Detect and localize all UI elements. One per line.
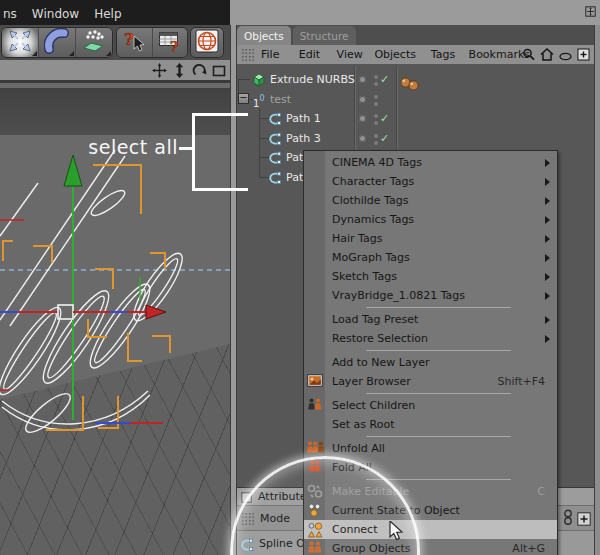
sweep-object-button[interactable]: [39, 28, 76, 57]
menu-item-sketch-tags[interactable]: Sketch Tags: [304, 267, 557, 286]
menu-item-label: VrayBridge_1.0821 Tags: [332, 289, 545, 302]
online-help-icon: [194, 28, 220, 58]
submenu-arrow-icon: [545, 235, 550, 243]
menu-item-load-tag-preset[interactable]: Load Tag Preset: [304, 310, 557, 329]
menu-item-label: Add to New Layer: [332, 356, 557, 369]
spline-icon: [268, 170, 282, 189]
array-object-icon: [81, 28, 107, 58]
layer-dot[interactable]: [359, 135, 366, 142]
tree-row-path-1-2[interactable]: Path 1✓: [237, 109, 600, 128]
visibility-dots[interactable]: [374, 111, 378, 128]
panel-menu-edit[interactable]: Edit: [299, 45, 320, 64]
menu-item-label: Unfold All: [332, 442, 557, 455]
menubar-item-ns[interactable]: ns: [3, 7, 17, 21]
maximize-arrows-icon: [7, 28, 33, 58]
svg-text:?: ?: [124, 29, 134, 49]
tab-objects[interactable]: Objects: [237, 26, 291, 46]
objects-menu-bar: FileEditViewObjectsTagsBookmarks: [237, 45, 600, 64]
enabled-check-icon[interactable]: ✓: [380, 111, 389, 126]
expander-icon[interactable]: −: [238, 93, 249, 104]
menu-item-set-as-root[interactable]: Set as Root: [304, 415, 557, 434]
sweep-object-icon: [44, 28, 70, 58]
tab-structure[interactable]: Structure: [293, 26, 356, 46]
menu-item-select-children[interactable]: Select Children: [304, 396, 557, 415]
online-help-button[interactable]: [191, 28, 223, 57]
panel-top-strip: [230, 0, 600, 25]
tree-row-extrude-nurbs-0[interactable]: Extrude NURBS✓: [237, 70, 600, 89]
panel-menu-objects[interactable]: Objects: [374, 45, 416, 64]
menu-item-mograph-tags[interactable]: MoGraph Tags: [304, 248, 557, 267]
layer-browser-icon: [306, 374, 324, 390]
tree-row-path-3-3[interactable]: Path 3✓: [237, 129, 600, 148]
menu-item-add-to-new-layer[interactable]: Add to New Layer: [304, 353, 557, 372]
tree-item-label: Extrude NURBS: [270, 73, 355, 86]
menubar-item-help[interactable]: Help: [94, 7, 121, 21]
enabled-check-icon[interactable]: ✓: [380, 72, 389, 87]
menu-item-label: CINEMA 4D Tags: [332, 156, 545, 169]
dock-icon[interactable]: [585, 2, 596, 13]
zoom-view-icon[interactable]: [171, 63, 187, 78]
command-table-button[interactable]: ?: [153, 28, 188, 57]
menu-item-dynamics-tags[interactable]: Dynamics Tags: [304, 210, 557, 229]
layer-dot[interactable]: [359, 96, 366, 103]
layer-dot[interactable]: [359, 76, 366, 83]
viewport-header: [0, 60, 230, 83]
tree-item-label: Path 3: [286, 132, 321, 145]
submenu-arrow-icon: [545, 273, 550, 281]
submenu-arrow-icon: [545, 316, 550, 324]
maximize-arrows-button[interactable]: [2, 28, 39, 57]
panel-tabs: ObjectsStructure: [237, 25, 600, 45]
panel-menu-bookmarks[interactable]: Bookmarks: [469, 45, 530, 64]
visibility-dots[interactable]: [374, 131, 378, 148]
menu-item-layer-browser[interactable]: Layer BrowserShift+F4: [304, 372, 557, 391]
menu-item-label: Character Tags: [332, 175, 545, 188]
menu-item-label: Load Tag Preset: [332, 313, 545, 326]
toolbar-group: [190, 27, 224, 58]
command-table-icon: ?: [157, 28, 183, 58]
menu-item-character-tags[interactable]: Character Tags: [304, 172, 557, 191]
submenu-arrow-icon: [545, 216, 550, 224]
rotate-view-icon[interactable]: [191, 63, 207, 78]
visibility-dots[interactable]: [374, 92, 378, 109]
menu-shortcut: Shift+F4: [497, 375, 545, 388]
menu-item-unfold-all[interactable]: Unfold All: [304, 439, 557, 458]
menu-item-clothilde-tags[interactable]: Clothilde Tags: [304, 191, 557, 210]
annotation-select-all: select all: [58, 136, 178, 158]
panel-menu-view[interactable]: View: [337, 45, 363, 64]
menu-item-label: Sketch Tags: [332, 270, 545, 283]
visibility-dots[interactable]: [374, 72, 378, 89]
panel-right-edge[interactable]: [594, 25, 600, 555]
y-axis-arrow: [64, 155, 82, 186]
layer-dot[interactable]: [359, 115, 366, 122]
menu-item-label: Select Children: [332, 399, 557, 412]
menu-item-label: Layer Browser: [332, 375, 497, 388]
tree-row-test-1[interactable]: −10test: [237, 90, 600, 109]
submenu-arrow-icon: [545, 197, 550, 205]
menu-item-vraybridge-1-0821-tags[interactable]: VrayBridge_1.0821 Tags: [304, 286, 557, 305]
panel-menu-tags[interactable]: Tags: [431, 45, 455, 64]
menu-item-label: Clothilde Tags: [332, 194, 545, 207]
submenu-arrow-icon: [545, 178, 550, 186]
submenu-arrow-icon: [545, 254, 550, 262]
menu-item-restore-selection[interactable]: Restore Selection: [304, 329, 557, 348]
menu-item-label: Restore Selection: [332, 332, 545, 345]
enabled-check-icon[interactable]: ✓: [380, 131, 389, 146]
maximize-view-icon[interactable]: [211, 63, 227, 78]
menu-item-label: Dynamics Tags: [332, 213, 545, 226]
submenu-arrow-icon: [545, 335, 550, 343]
help-pointer-button[interactable]: ?: [117, 28, 153, 57]
move-view-icon[interactable]: [151, 63, 167, 78]
array-object-button[interactable]: [76, 28, 112, 57]
panel-menu-file[interactable]: File: [261, 45, 279, 64]
toolbar-group: [1, 27, 113, 58]
help-pointer-icon: ?: [121, 28, 147, 58]
menu-item-cinema-4d-tags[interactable]: CINEMA 4D Tags: [304, 153, 557, 172]
annotation-bracket: [192, 113, 248, 191]
panel-divider[interactable]: [230, 25, 237, 555]
viewport-nav: [151, 63, 227, 78]
menubar-item-window[interactable]: Window: [32, 7, 79, 21]
spline-icon: [268, 150, 282, 169]
menu-item-label: Hair Tags: [332, 232, 545, 245]
menu-item-hair-tags[interactable]: Hair Tags: [304, 229, 557, 248]
menu-item-label: MoGraph Tags: [332, 251, 545, 264]
